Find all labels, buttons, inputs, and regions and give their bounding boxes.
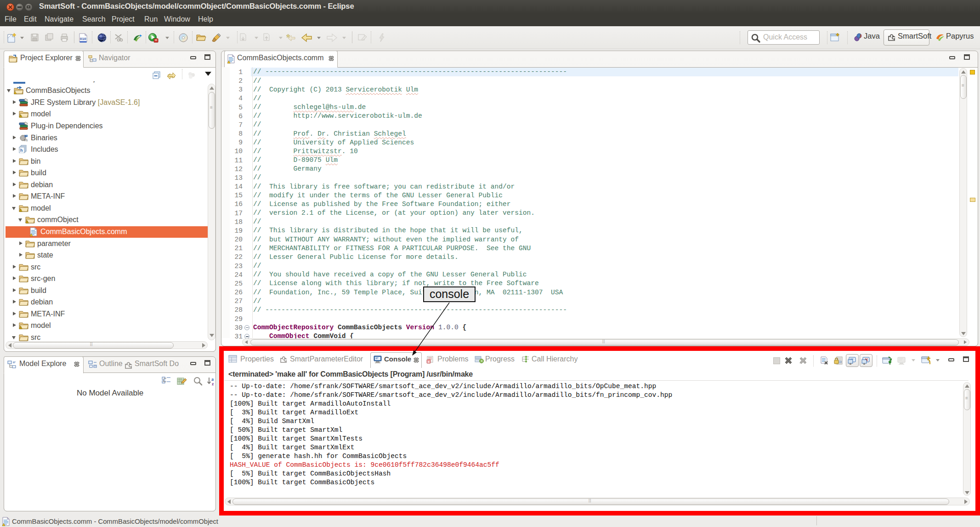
svg-text:!: !	[27, 221, 28, 223]
svg-text:J: J	[859, 33, 862, 39]
svg-text:z: z	[212, 381, 214, 386]
svg-text:01: 01	[24, 138, 28, 142]
svg-text:h: h	[20, 148, 23, 153]
svg-text:!: !	[20, 115, 21, 118]
svg-text:!: !	[20, 327, 21, 329]
svg-text:!: !	[20, 209, 21, 212]
